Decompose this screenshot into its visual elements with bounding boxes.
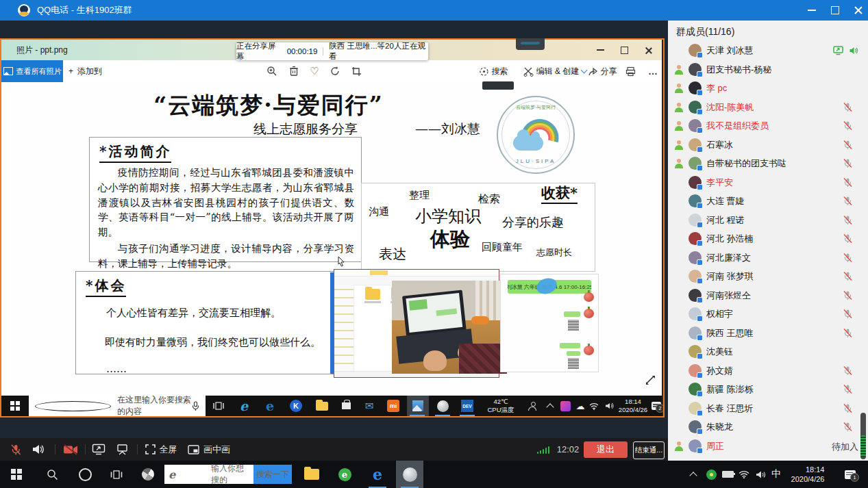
member-row[interactable]: 长春 汪思圻 <box>668 399 868 418</box>
member-row[interactable]: 河南 张梦琪 <box>668 267 868 286</box>
edge-icon[interactable]: e <box>259 396 281 416</box>
close-icon[interactable] <box>854 6 863 14</box>
task-view-button[interactable] <box>208 396 229 416</box>
member-row[interactable]: 团支书秘书-杨秘 <box>668 60 868 79</box>
pip-button[interactable]: 画中画 <box>184 438 234 461</box>
photo-minimize-icon[interactable] <box>597 49 604 51</box>
search-icon[interactable] <box>38 461 66 488</box>
cloud-tray-icon[interactable]: ☁ <box>573 396 588 416</box>
file-explorer-icon[interactable] <box>299 461 325 488</box>
share-control-handle[interactable] <box>516 38 545 50</box>
rotate-icon[interactable] <box>326 60 344 82</box>
ime-indicator[interactable]: 中 <box>767 461 785 488</box>
ie-icon[interactable]: e <box>233 396 255 416</box>
avatar <box>689 439 702 452</box>
silver-app-icon[interactable] <box>432 396 454 416</box>
cpu-temp-widget[interactable]: 42℃CPU温度 <box>481 396 521 416</box>
member-row[interactable]: 新疆 陈澎栎 <box>668 380 868 399</box>
member-row[interactable]: 李平安 <box>668 173 868 192</box>
member-row[interactable]: 大连 曹婕 <box>668 192 868 211</box>
delete-icon[interactable] <box>285 60 303 82</box>
photos-app-icon-active[interactable] <box>407 396 429 416</box>
clock-widget[interactable]: 18:142020/4/26 <box>785 461 830 488</box>
member-row[interactable]: 我不是组织委员 <box>668 116 868 136</box>
photo-restore-icon[interactable] <box>621 47 628 54</box>
mail-icon[interactable]: ✉ <box>359 396 380 416</box>
favorite-heart-icon[interactable]: ♡ <box>306 60 323 82</box>
edge-icon[interactable]: e <box>364 461 390 488</box>
member-row[interactable]: 陕西 王思唯 <box>668 324 868 343</box>
pink-tray-icon[interactable] <box>558 396 573 416</box>
add-to-button[interactable]: + 添加到 <box>69 60 102 82</box>
speaker-button[interactable] <box>27 438 48 461</box>
share-screen-button[interactable] <box>88 438 110 461</box>
camera-muted-button[interactable] <box>59 438 82 461</box>
cortana-icon[interactable] <box>71 461 99 488</box>
member-row[interactable]: 朱晓龙 <box>668 418 868 437</box>
search-go-button[interactable]: 搜索一下 <box>253 465 292 484</box>
photo-share-button[interactable]: 分享 <box>582 60 622 82</box>
volume-icon[interactable] <box>602 396 617 416</box>
crop-icon[interactable] <box>347 60 365 82</box>
task-view-button[interactable] <box>103 461 130 488</box>
mic-muted-button[interactable] <box>5 438 26 461</box>
share-control-handle-small[interactable] <box>482 81 514 90</box>
view-all-photos-button[interactable]: 查看所有照片 <box>1 60 63 82</box>
divider <box>323 47 323 55</box>
store-icon[interactable] <box>336 396 356 416</box>
end-call-button[interactable]: 结束通... <box>633 441 665 459</box>
clock-widget[interactable]: 18:142020/4/26 <box>617 396 649 416</box>
notification-icon[interactable]: 2 <box>649 396 663 416</box>
start-button[interactable] <box>1 396 29 416</box>
whiteboard-button[interactable] <box>111 438 133 461</box>
exit-button[interactable]: 退出 <box>584 441 628 458</box>
wifi-icon[interactable] <box>586 396 602 416</box>
member-row[interactable]: 李 pc <box>668 79 868 98</box>
member-row[interactable]: 河北 程诺 <box>668 211 868 230</box>
fullscreen-button[interactable]: 全屏 <box>141 438 181 461</box>
people-icon[interactable] <box>523 396 541 416</box>
member-row[interactable]: 自带秘书的团支书哒 <box>668 154 868 173</box>
photo-search-button[interactable]: 搜索 <box>474 60 512 82</box>
member-row[interactable]: 沈美钰 <box>668 342 868 361</box>
member-name: 朱晓龙 <box>706 421 733 433</box>
minimize-icon[interactable] <box>808 10 816 11</box>
mic-muted-icon <box>843 403 853 416</box>
tray-chevron-icon[interactable] <box>543 396 558 416</box>
pinwheel-app-icon[interactable] <box>134 461 162 488</box>
battery-icon[interactable] <box>719 461 736 488</box>
member-row[interactable]: 石寒冰 <box>668 136 868 155</box>
resize-diagonal-icon[interactable] <box>644 374 656 389</box>
file-explorer-icon[interactable] <box>311 396 333 416</box>
active-app-icon[interactable] <box>396 461 423 488</box>
taskbar-search-input[interactable]: 在这里输入你要搜索的内容 <box>29 396 206 416</box>
tray-chevron-icon[interactable] <box>685 461 702 488</box>
member-row[interactable]: 权相宇 <box>668 305 868 324</box>
ie-search-box[interactable]: e 输入你想搜的 搜索一下 <box>164 465 292 484</box>
member-row[interactable]: 周正待加入 <box>668 437 868 456</box>
wifi-icon[interactable] <box>736 461 752 488</box>
zoom-icon[interactable] <box>263 60 281 82</box>
member-row[interactable]: 天津 刘冰慧 <box>668 41 868 60</box>
member-row[interactable]: 河北 孙浩楠 <box>668 229 868 248</box>
member-row[interactable]: 河南张煜仝 <box>668 286 868 305</box>
photo-close-icon[interactable] <box>645 47 652 54</box>
notification-icon[interactable]: 1 <box>840 461 860 488</box>
member-row[interactable]: 孙文婧 <box>668 361 868 381</box>
print-icon[interactable] <box>621 60 639 82</box>
more-icon[interactable]: … <box>644 60 662 82</box>
member-row[interactable]: 沈阳-陈美帆 <box>668 98 868 117</box>
member-row[interactable]: 河北廉泽文 <box>668 248 868 268</box>
k-app-icon[interactable]: K <box>285 396 307 416</box>
avatar <box>689 326 702 339</box>
volume-icon[interactable] <box>752 461 769 488</box>
online-person-icon <box>674 140 684 150</box>
photo-toolbar: 查看所有照片 + 添加到 ♡ 搜索 编辑 & 创建 分享 <box>1 60 662 82</box>
browser-360-icon[interactable]: e <box>332 461 358 488</box>
restore-icon[interactable] <box>831 6 839 14</box>
antivirus-tray-icon[interactable] <box>703 461 719 488</box>
dev-app-icon[interactable]: DEV <box>456 396 478 416</box>
mi-app-icon[interactable]: mi <box>382 396 404 416</box>
start-button[interactable] <box>0 461 33 488</box>
cloud-icon <box>513 136 543 151</box>
